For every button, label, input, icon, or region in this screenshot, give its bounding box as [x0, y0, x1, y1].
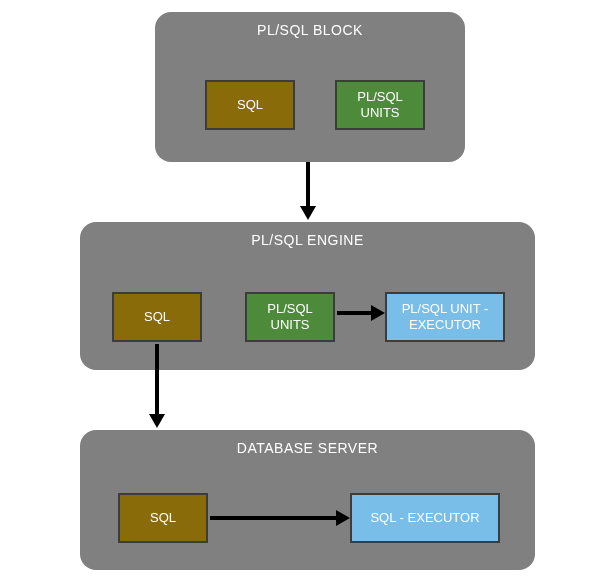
arrow-head-engine-sql-to-server: [149, 414, 165, 428]
node-label: PL/SQL UNIT - EXECUTOR: [402, 301, 489, 334]
arrow-server-sql-to-executor: [210, 516, 338, 520]
node-label: SQL - EXECUTOR: [370, 510, 479, 526]
node-block-sql: SQL: [205, 80, 295, 130]
panel-title-block: PL/SQL BLOCK: [155, 12, 465, 38]
panel-title-server: DATABASE SERVER: [80, 430, 535, 456]
node-server-sql: SQL: [118, 493, 208, 543]
panel-title-engine: PL/SQL ENGINE: [80, 222, 535, 248]
node-label: SQL: [237, 97, 263, 113]
arrow-engine-sql-to-server: [155, 344, 159, 416]
arrow-head-block-to-engine: [300, 206, 316, 220]
node-engine-sql: SQL: [112, 292, 202, 342]
node-label: PL/SQL UNITS: [357, 89, 403, 122]
node-label: PL/SQL UNITS: [267, 301, 313, 334]
node-label: SQL: [150, 510, 176, 526]
node-engine-plsql-units: PL/SQL UNITS: [245, 292, 335, 342]
node-server-sql-executor: SQL - EXECUTOR: [350, 493, 500, 543]
arrow-head-units-to-executor: [371, 305, 385, 321]
node-engine-unit-executor: PL/SQL UNIT - EXECUTOR: [385, 292, 505, 342]
arrow-units-to-executor: [337, 311, 373, 315]
node-label: SQL: [144, 309, 170, 325]
node-block-plsql-units: PL/SQL UNITS: [335, 80, 425, 130]
arrow-block-to-engine: [306, 162, 310, 208]
arrow-head-server-sql-to-executor: [336, 510, 350, 526]
